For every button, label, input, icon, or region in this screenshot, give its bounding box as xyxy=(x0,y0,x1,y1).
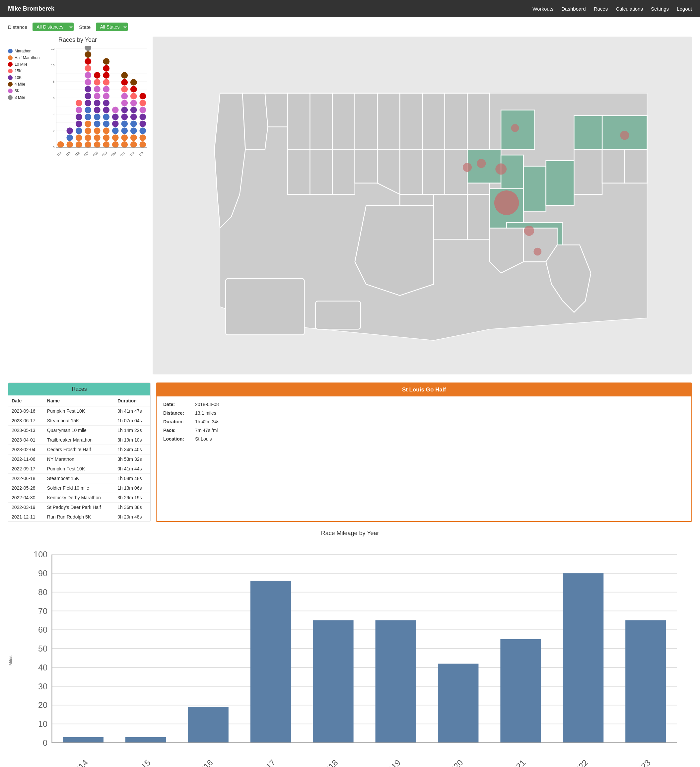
table-row[interactable]: 2022-04-30Kentucky Derby Marathon3h 29m … xyxy=(8,493,150,503)
iowa-dot[interactable] xyxy=(477,159,486,168)
bubble-dot xyxy=(130,93,137,100)
svg-text:40: 40 xyxy=(38,663,48,672)
bubble-dot xyxy=(121,134,128,141)
table-row[interactable]: 2023-09-16Pumpkin Fest 10K0h 41m 47s xyxy=(8,406,150,416)
svg-text:90: 90 xyxy=(38,569,48,578)
legend-dot xyxy=(8,68,13,73)
bar-rect[interactable] xyxy=(126,737,166,743)
hawaii xyxy=(315,301,361,329)
bubble-dot xyxy=(94,121,100,127)
cell-duration: 0h 41m 47s xyxy=(114,406,150,416)
ny-dot[interactable] xyxy=(620,131,629,140)
bubble-dot xyxy=(103,72,110,79)
table-row[interactable]: 2022-11-06NY Marathon3h 53m 32s xyxy=(8,455,150,464)
alaska xyxy=(226,278,304,335)
bar-rect[interactable] xyxy=(63,737,103,743)
wi-dot[interactable] xyxy=(511,124,519,132)
cell-duration: 1h 07m 04s xyxy=(114,416,150,426)
bubble-dot xyxy=(121,121,128,127)
nav-workouts[interactable]: Workouts xyxy=(533,6,554,12)
table-row[interactable]: 2022-03-19St Paddy's Deer Park Half1h 36… xyxy=(8,503,150,512)
legend-item: Half Marathon xyxy=(8,56,41,60)
svg-text:2019: 2019 xyxy=(100,151,108,156)
bubble-dot xyxy=(66,134,73,141)
bubble-dot xyxy=(94,86,100,92)
bubble-dot xyxy=(84,100,91,107)
bar-rect[interactable] xyxy=(625,621,666,743)
svg-text:10: 10 xyxy=(38,719,48,729)
bubble-dot xyxy=(130,141,137,148)
table-row[interactable]: 2021-12-11Run Run Rudolph 5K0h 20m 48s xyxy=(8,512,150,522)
bubble-dot xyxy=(76,107,82,113)
filters-bar: Distance All Distances Marathon Half Mar… xyxy=(0,17,700,37)
bubble-dot xyxy=(76,134,82,141)
nav-calculations[interactable]: Calculations xyxy=(616,6,643,12)
table-row[interactable]: 2023-04-01Trailbreaker Marathon3h 19m 10… xyxy=(8,435,150,445)
bubble-dot xyxy=(103,107,110,113)
state-filter: All States Illinois Missouri Iowa New Yo… xyxy=(96,22,128,31)
detail-pace-value: 7m 47s /mi xyxy=(195,428,218,433)
bubble-dot xyxy=(103,79,110,86)
bubble-dot xyxy=(103,121,110,127)
dsm-dot[interactable] xyxy=(463,163,472,172)
bubble-dot xyxy=(84,114,91,121)
nav-dashboard[interactable]: Dashboard xyxy=(561,6,585,12)
legend-dot xyxy=(8,89,13,93)
bar-rect[interactable] xyxy=(500,639,541,743)
races-table-container[interactable]: Races Date Name Duration 2023-09-16Pumpk… xyxy=(8,382,151,522)
bubble-dot xyxy=(130,127,137,134)
cell-name: Steamboat 15K xyxy=(44,416,114,426)
bubble-dot xyxy=(121,72,128,79)
svg-text:20: 20 xyxy=(38,701,48,710)
bar-rect[interactable] xyxy=(250,581,291,743)
bar-rect[interactable] xyxy=(563,573,603,743)
cell-name: Run Run Rudolph 5K xyxy=(44,512,114,522)
table-row[interactable]: 2022-06-18Steamboat 15K1h 08m 48s xyxy=(8,474,150,483)
tn-dot[interactable] xyxy=(533,248,541,256)
cell-date: 2021-12-11 xyxy=(8,512,44,522)
kentucky-dot[interactable] xyxy=(524,226,534,236)
detail-duration-value: 1h 42m 34s xyxy=(195,419,219,424)
cell-name: Quarryman 10 mile xyxy=(44,426,114,435)
stlouis-dot[interactable] xyxy=(494,191,519,215)
bubble-dot xyxy=(139,107,146,113)
bar-rect[interactable] xyxy=(313,621,353,743)
bubble-dot xyxy=(121,114,128,121)
ohio-state xyxy=(546,161,574,206)
bubble-dot xyxy=(139,100,146,107)
table-row[interactable]: 2023-06-17Steamboat 15K1h 07m 04s xyxy=(8,416,150,426)
bubble-dot xyxy=(94,141,100,148)
legend-item: 4 Mile xyxy=(8,82,41,87)
bubble-dot xyxy=(103,58,110,65)
svg-text:2020: 2020 xyxy=(109,151,117,156)
nav-races[interactable]: Races xyxy=(594,6,608,12)
table-row[interactable]: 2022-09-17Pumpkin Fest 10K0h 41m 44s xyxy=(8,464,150,474)
bubble-dot xyxy=(94,114,100,121)
cell-name: Pumpkin Fest 10K xyxy=(44,406,114,416)
bubble-dot xyxy=(84,141,91,148)
svg-text:2023: 2023 xyxy=(136,151,144,156)
bubble-dot xyxy=(130,134,137,141)
bar-rect[interactable] xyxy=(188,707,228,743)
svg-text:0: 0 xyxy=(43,738,48,748)
table-row[interactable]: 2022-05-28Soldier Field 10 mile1h 13m 06… xyxy=(8,483,150,493)
bubble-dot xyxy=(139,121,146,127)
bubble-dot xyxy=(76,100,82,107)
nav-logout[interactable]: Logout xyxy=(677,6,692,12)
top-row: Races by Year MarathonHalf Marathon10 Mi… xyxy=(8,37,692,374)
nav-settings[interactable]: Settings xyxy=(651,6,669,12)
bubble-dot xyxy=(84,134,91,141)
chicago-dot[interactable] xyxy=(495,164,507,175)
bar-rect[interactable] xyxy=(438,664,478,743)
table-row[interactable]: 2023-05-13Quarryman 10 mile1h 14m 22s xyxy=(8,426,150,435)
bubble-dot xyxy=(121,107,128,113)
bar-rect[interactable] xyxy=(375,621,416,743)
bubble-dot xyxy=(94,134,100,141)
distance-select[interactable]: All Distances Marathon Half Marathon 10 … xyxy=(32,22,74,31)
state-select[interactable]: All States Illinois Missouri Iowa New Yo… xyxy=(96,22,128,31)
svg-text:30: 30 xyxy=(38,682,48,691)
legend-dot xyxy=(8,75,13,80)
bubble-dot xyxy=(84,121,91,127)
cell-duration: 1h 13m 06s xyxy=(114,483,150,493)
table-row[interactable]: 2023-02-04Cedars Frostbite Half1h 34m 40… xyxy=(8,445,150,455)
